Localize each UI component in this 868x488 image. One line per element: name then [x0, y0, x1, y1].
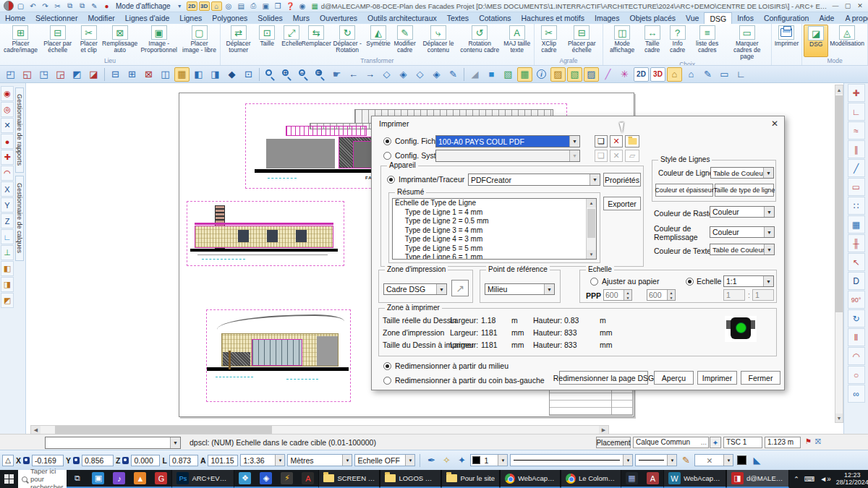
resume-listbox[interactable]: Échelle de Type de Ligne Type de Ligne 1… — [392, 198, 597, 260]
render-brush-icon[interactable]: ✎ — [446, 67, 461, 82]
proprietes-button[interactable]: Propriétés — [603, 173, 641, 187]
echelle-combo[interactable]: 1:1▼ — [723, 275, 774, 287]
taskbar-app-media[interactable]: ⚡ — [276, 470, 297, 488]
pen-icon[interactable]: ✎ — [89, 1, 100, 11]
pick-zone-arrow-button[interactable]: ↗ — [451, 280, 469, 296]
cube-dots-icon[interactable]: ⊡ — [241, 67, 256, 82]
menu-configuration[interactable]: Configuration — [759, 12, 814, 24]
menu-objets-plac-s[interactable]: Objets placés — [624, 12, 681, 24]
wire-cube-3-icon[interactable]: ◇ — [412, 67, 427, 82]
tab-gestionnaire-calques[interactable]: Gestionnaire de calques — [15, 176, 24, 261]
ribbon-frame-size-button[interactable]: ↔Taille cadre — [639, 25, 665, 61]
resume-scroll-down-icon[interactable]: ▼ — [587, 250, 596, 259]
camera-ruler-icon[interactable]: ▭ — [717, 67, 732, 82]
scale-combo[interactable]: 1:3.36▼ — [240, 454, 285, 466]
circle-icon[interactable]: ○ — [848, 366, 865, 384]
hatch-1-icon[interactable]: ▨ — [550, 67, 566, 82]
point-reference-combo[interactable]: Milieu▼ — [485, 283, 555, 295]
taskbar-app-wa[interactable]: WWebAcapp... — [663, 470, 726, 488]
snap-end-icon[interactable]: ◉ — [1, 86, 14, 101]
couleur-lignes-combo[interactable]: Table de Couleurs▼ — [710, 167, 774, 179]
section-drawing[interactable] — [187, 201, 344, 266]
close-button[interactable]: ✕ — [855, 1, 865, 10]
ribbon-place-by-scale-button[interactable]: ⊟Placer par échelle — [40, 25, 75, 57]
hatch-3-icon[interactable]: ▨ — [584, 67, 599, 82]
ribbon-print-button[interactable]: Imprimer — [773, 25, 801, 57]
frame-mode-icon[interactable]: ▦ — [517, 67, 532, 82]
ribbon-replace-button[interactable]: ⇆Remplacer — [304, 25, 328, 57]
taskbar-app-access[interactable]: A — [642, 470, 663, 488]
length-coordinate-field[interactable]: 0.873 — [169, 455, 198, 466]
taskbar-photoshop[interactable]: PsARC+EVO-... — [171, 470, 234, 488]
box-icon[interactable]: ❒ — [273, 1, 284, 11]
axis-icon[interactable]: ∟ — [733, 67, 749, 82]
taskbar-folder-logos[interactable]: LOGOS & I... — [380, 470, 441, 488]
taskbar-app-adobe[interactable]: A — [297, 470, 318, 488]
zoom-window-icon[interactable] — [263, 67, 278, 82]
view-front-cube-icon[interactable]: ◰ — [3, 67, 18, 82]
snap-node-icon[interactable]: ◎ — [1, 102, 14, 117]
lineweight-combo[interactable]: ▼ — [635, 454, 677, 466]
ribbon-image-proportional-button[interactable]: ▣Image - Proportionnel — [137, 25, 180, 57]
stamp-tool-icon[interactable]: ✒ — [425, 454, 438, 467]
couleur-raster-combo[interactable]: Couleur▼ — [710, 206, 775, 218]
home-icon[interactable]: ⌂ — [211, 1, 222, 11]
trash-icon[interactable]: ⛝ — [815, 437, 821, 446]
couleur-remplissage-combo[interactable]: Couleur▼ — [710, 226, 775, 238]
snap-x-icon[interactable]: X — [1, 181, 14, 197]
exporter-button[interactable]: Exporter — [603, 197, 641, 210]
wire-cube-2-icon[interactable]: ◈ — [396, 67, 411, 82]
snap-y-icon[interactable]: Y — [1, 197, 14, 213]
zoom-out-icon[interactable]: − — [296, 67, 311, 82]
menu-s-lectionner[interactable]: Sélectionner — [30, 12, 82, 24]
x-lock-icon[interactable] — [23, 457, 30, 464]
snap-angle-icon[interactable]: ∟ — [1, 229, 14, 244]
imprimante-radio[interactable] — [387, 176, 395, 184]
start-button[interactable] — [0, 470, 18, 488]
x-coordinate-field[interactable]: -0.169 — [32, 455, 64, 466]
ribbon-rotate-frame-content-button[interactable]: ↺Rotation contenu cadre — [458, 25, 502, 57]
ajuster-papier-radio[interactable] — [590, 278, 598, 286]
pan-icon[interactable]: ☛ — [329, 67, 344, 82]
taskbar-search[interactable]: Taper ici pour rechercher — [18, 470, 67, 488]
taskbar-app-music[interactable]: ♪ — [109, 470, 129, 488]
ribbon-auto-fill-button[interactable]: ⊠Remplissage auto — [102, 25, 137, 57]
resume-scroll-up-icon[interactable]: ▲ — [587, 199, 596, 207]
clock[interactable]: 12:23 28/12/2024 — [836, 472, 868, 487]
ppp-y-spinner[interactable]: 600▲▼ — [647, 289, 676, 301]
snap-center-icon[interactable]: ✚ — [1, 150, 14, 165]
hatch-4-icon[interactable]: ╱ — [600, 67, 616, 82]
wand-tool-icon[interactable]: ✦ — [455, 454, 468, 467]
taskbar-chrome-webacapp[interactable]: WebAcapp... — [500, 470, 561, 488]
config-systeme-radio[interactable] — [383, 152, 391, 160]
redimensionner-page-button[interactable]: Redimensionner la page DSG — [559, 371, 648, 385]
taskbar-arcplus-active[interactable]: ◨d@MALEC... — [726, 470, 789, 488]
ucs-cube-2-icon[interactable]: ◨ — [1, 277, 14, 292]
draw-points-icon[interactable]: ∷ — [848, 197, 865, 215]
draw-rect-icon[interactable]: ▭ — [848, 178, 865, 196]
clip-back-icon[interactable]: ◨ — [208, 67, 223, 82]
print-quick-icon[interactable]: ⎙ — [248, 1, 259, 11]
tangent-icon[interactable]: ∞ — [848, 385, 865, 403]
ribbon-scale-button[interactable]: ⤢Echelle — [279, 25, 304, 57]
ucs-cube-1-icon[interactable]: ◧ — [1, 261, 14, 276]
mode-3d-icon[interactable]: 3D — [650, 67, 665, 82]
paste-icon[interactable]: ⧉ — [77, 1, 88, 11]
view-bottom-cube-icon[interactable]: ◪ — [86, 67, 101, 82]
new-document-icon[interactable]: ▢ — [15, 1, 26, 11]
layer-icon-button[interactable]: ✦ — [710, 437, 721, 448]
hscroll-thumb[interactable] — [55, 426, 272, 434]
resize-milieu-radio[interactable] — [383, 362, 391, 370]
angle-field[interactable]: 101.15 — [208, 455, 238, 466]
menu-solides[interactable]: Solides — [252, 12, 287, 24]
pen-color-combo[interactable]: 1▼ — [470, 454, 508, 466]
resize-coin-radio[interactable] — [383, 377, 391, 385]
taskbar-app-blue[interactable]: ◈ — [255, 470, 276, 488]
echelle-radio[interactable] — [686, 278, 694, 286]
dim-d-icon[interactable]: D — [848, 272, 865, 290]
menu-images[interactable]: Images — [590, 12, 624, 24]
taskbar-app-g[interactable]: G — [150, 470, 171, 488]
menu-modifier[interactable]: Modifier — [82, 12, 119, 24]
maximize-button[interactable]: ▢ — [843, 1, 853, 10]
trowel-icon[interactable]: ◢ — [467, 67, 482, 82]
